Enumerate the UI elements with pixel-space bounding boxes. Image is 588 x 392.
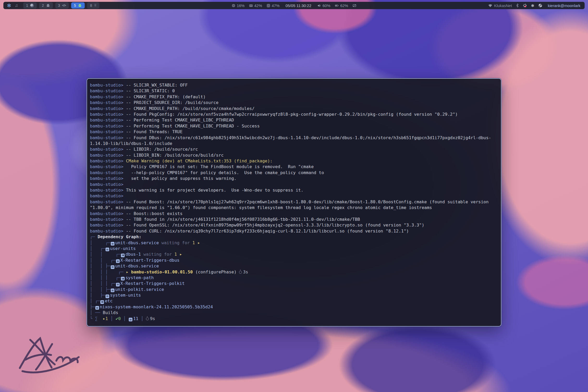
terminal-line: │ │ ┌─dbus-1 waiting for 1 ▸ [90, 252, 501, 257]
screencast-off-icon[interactable] [353, 4, 357, 8]
pause-badge-icon [121, 277, 125, 280]
terminal-line: bambu-studio> -- TBB found in /nix/store… [90, 217, 501, 222]
terminal-line: │ ├─system-units [90, 292, 501, 298]
battery-stat: 62% [335, 3, 348, 8]
volume-stat: 60% [317, 3, 330, 8]
terminal-line: bambu-studio> -- Found PkgConfig: /nix/s… [90, 112, 501, 117]
terminal-line: │ │ ├─unit-dbus.service [90, 263, 501, 269]
status-stats: 16% 42% 47% 05/05 11:30:22 60% [231, 3, 356, 8]
terminal-line: bambu-studio> -- Performing Test CMAKE_H… [90, 123, 501, 129]
terminal-line: bambu-studio> -- SLIC3R_STATIC: 0 [90, 88, 501, 94]
terminal-line: │ ┌─etc [90, 298, 501, 304]
memory-stat: 42% [249, 3, 262, 8]
bluetooth-icon[interactable] [516, 3, 519, 8]
workspace-number: 8 [90, 3, 92, 8]
terminal-line: bambu-studio> -- Found Threads: TRUE [90, 129, 501, 135]
workspace-number: 2 [42, 3, 44, 8]
terminal-line: bambu-studio> [90, 193, 501, 199]
tray-app-icon[interactable] [523, 4, 527, 8]
cpu-usage: 16% [237, 3, 244, 8]
disk-stat: 47% [266, 3, 279, 8]
terminal-line: │ │ │ ┌─ ▸ bambu-studio-01.00.01.50 (con… [90, 269, 501, 275]
terminal-line: bambu-studio> This warning is for projec… [90, 187, 501, 193]
pause-badge-icon [106, 295, 109, 298]
timer-icon: 3s [239, 270, 248, 274]
terminal-line: bambu-studio> --help-policy CMP0167" for… [90, 170, 501, 176]
workspace-number: 1 [26, 3, 28, 8]
pause-badge-icon [111, 265, 114, 269]
workspace-number: 3 [58, 3, 60, 8]
pause-badge-icon [106, 248, 109, 251]
terminal-line: │ ┌─unit-dbus.service waiting for 1 ▸ [90, 240, 501, 246]
workspace-2[interactable]: 2 [39, 2, 53, 9]
terminal-line: bambu-studio> -- CMAKE_MODULE_PATH: /bui… [90, 106, 501, 112]
memory-icon [249, 4, 253, 8]
ghost-icon [46, 4, 50, 8]
cpu-icon [231, 4, 235, 8]
battery-level: 62% [340, 3, 348, 8]
terminal-line: │ │ │ ┌─system-path [90, 275, 501, 281]
ghost-icon [78, 4, 82, 8]
workspace-list: 123</>58⠿ [23, 2, 99, 9]
terminal-line: bambu-studio> -- PROJECT_SOURCE_DIR: /bu… [90, 100, 501, 106]
wifi-icon [488, 4, 492, 7]
user-host-label: kierank@moonlark [548, 3, 580, 8]
top-bar: ✻ ♫ 123</>58⠿ 16% 42% 47% 05/05 11:30 [3, 2, 585, 9]
terminal-line: bambu-studio> -- LIBDIR_BIN: /build/sour… [90, 152, 501, 158]
terminal-line: │ │ ├─unit-polkit.service [90, 287, 501, 292]
moon-icon [30, 4, 34, 7]
terminal-line: bambu-studio> -- Performing Test CMAKE_H… [90, 117, 501, 123]
pause-badge-icon [111, 289, 114, 292]
terminal-line: bambu-studio> -- SLIC3R_WX_STABLE: OFF [90, 82, 501, 88]
terminal-line: ┌─ Dependency Graph: [90, 234, 501, 240]
bar-right: KlukasNet ❄ kierank@moonlark [488, 3, 585, 8]
terminal-line: bambu-studio> -- CMAKE_PREFIX_PATH: (def… [90, 94, 501, 100]
network-indicator[interactable]: KlukasNet [488, 3, 512, 8]
terminal-line: bambu-studio> [90, 182, 501, 187]
terminal-line: ├─nixos-system-moonlark-24.11.20250505.5… [90, 304, 501, 310]
wallpaper-signature [15, 329, 99, 381]
cpu-stat: 16% [231, 3, 244, 8]
clock: 05/05 11:30:22 [286, 3, 311, 8]
pause-badge-icon [129, 318, 132, 321]
pause-badge-icon [116, 283, 120, 286]
volume-level: 60% [323, 3, 330, 8]
workspace-3[interactable]: 3</> [55, 2, 69, 9]
pause-badge-icon [111, 242, 114, 246]
steam-icon[interactable] [538, 3, 542, 8]
terminal-line: bambu-studio> set the policy and suppres… [90, 176, 501, 181]
battery-icon [335, 4, 339, 8]
terminal-line: bambu-studio> -- LIBDIR: /build/source/s… [90, 146, 501, 152]
workspace-number: 5 [74, 3, 76, 8]
workspace-1[interactable]: 1 [23, 2, 37, 9]
terminal-line: │ │ │ ┌─X-Restart-Triggers-polkit [90, 281, 501, 286]
pause-badge-icon [116, 259, 120, 263]
dots-icon: ⠿ [94, 4, 96, 7]
snowflake-tray-icon[interactable]: ❄ [531, 4, 534, 8]
music-note-icon[interactable]: ♫ [15, 3, 18, 8]
terminal-line: bambu-studio> -- Boost::boost exists [90, 211, 501, 217]
code-icon: </> [62, 4, 66, 7]
terminal-line: bambu-studio> -- Found CURL: /nix/store/… [90, 228, 501, 234]
terminal-line: bambu-studio> -- Found DBus: /nix/store/… [90, 135, 501, 141]
bar-left: ✻ ♫ 123</>58⠿ [3, 2, 99, 9]
terminal-line: └ ∑ ▸1 │ ✔0 │ 11 │ 9s [90, 316, 501, 322]
volume-icon [317, 4, 321, 8]
pause-badge-icon [95, 306, 99, 310]
nixos-logo-icon[interactable]: ✻ [7, 3, 11, 8]
terminal-window[interactable]: bambu-studio> -- SLIC3R_WX_STABLE: OFFba… [87, 78, 501, 327]
terminal-line: bambu-studio> Policy CMP0167 is not set:… [90, 164, 501, 170]
pause-badge-icon [121, 254, 125, 257]
disk-usage: 47% [272, 3, 279, 8]
pause-badge-icon [100, 300, 104, 304]
memory-usage: 42% [254, 3, 262, 8]
timer-icon: 9s [146, 316, 155, 321]
terminal-line: "1.80.0", minimum required is "1.66.0") … [90, 205, 501, 211]
disk-icon [266, 4, 270, 8]
workspace-5[interactable]: 5 [71, 2, 85, 9]
terminal-line: │ ┌─user-units [90, 246, 501, 252]
terminal-line: 1.14.10-lib/lib/dbus-1.0/include [90, 141, 501, 146]
network-name: KlukasNet [494, 3, 512, 8]
workspace-8[interactable]: 8⠿ [87, 2, 99, 9]
terminal-line: bambu-studio> CMake Warning (dev) at CMa… [90, 158, 501, 164]
